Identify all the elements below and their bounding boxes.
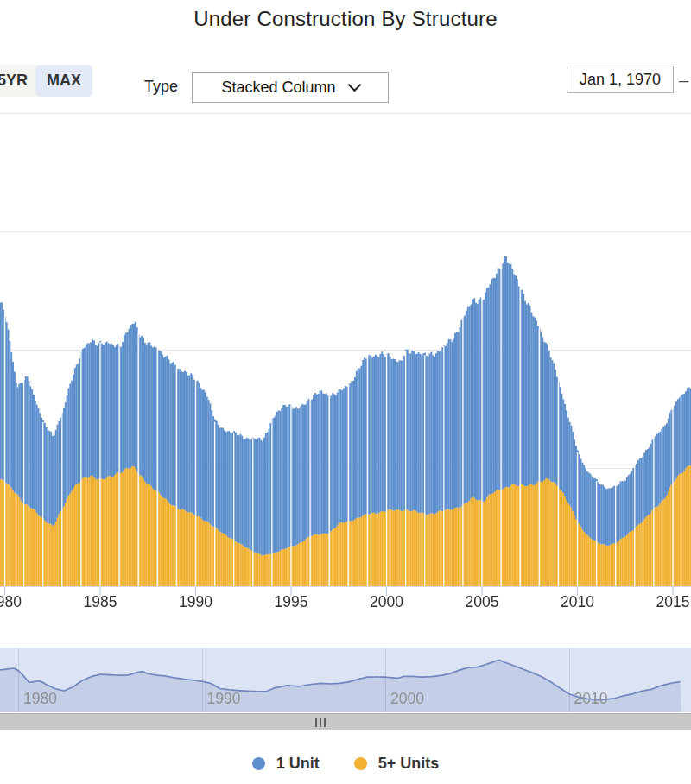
legend-item[interactable]: 5+ Units xyxy=(354,755,440,773)
chart-type-select[interactable]: Stacked Column xyxy=(192,72,389,103)
legend-marker-icon xyxy=(354,757,367,770)
x-axis-label: 2015 xyxy=(656,593,690,611)
chart-title: Under Construction By Structure xyxy=(0,7,691,31)
type-label: Type xyxy=(144,78,178,96)
range-button-max[interactable]: MAX xyxy=(35,65,92,97)
start-date-input[interactable] xyxy=(567,66,674,93)
page-root: { "header": { "title": "Under Constructi… xyxy=(0,0,691,784)
main-chart-canvas[interactable] xyxy=(0,112,691,604)
x-axis-label: 2000 xyxy=(370,593,403,611)
navigator-label: 1980 xyxy=(23,690,57,708)
chevron-down-icon xyxy=(347,79,361,92)
chart-type-select-value: Stacked Column xyxy=(221,79,335,97)
navigator-label: 2000 xyxy=(390,690,424,708)
range-button-5yr[interactable]: 5YR xyxy=(0,65,39,97)
x-axis-label: 1995 xyxy=(275,593,308,611)
legend-item[interactable]: 1 Unit xyxy=(252,755,320,773)
legend-marker-icon xyxy=(252,757,265,770)
x-axis-label: 1985 xyxy=(84,593,117,611)
date-range-separator: – xyxy=(679,71,688,91)
scrollbar[interactable] xyxy=(0,713,691,730)
legend-item-label: 5+ Units xyxy=(378,755,440,773)
x-axis-label: 1990 xyxy=(179,593,212,611)
navigator-label: 1990 xyxy=(207,690,241,708)
x-axis-label: 1980 xyxy=(0,593,22,611)
legend-item-label: 1 Unit xyxy=(276,755,320,773)
range-button-max-label: MAX xyxy=(47,72,81,90)
navigator-label: 2010 xyxy=(574,690,608,708)
scrollbar-grip-icon[interactable] xyxy=(320,718,321,727)
range-button-5yr-label: 5YR xyxy=(0,72,28,90)
legend: 1 Unit5+ Units xyxy=(0,755,691,773)
x-axis-label: 2010 xyxy=(561,593,594,611)
x-axis-label: 2005 xyxy=(466,593,499,611)
